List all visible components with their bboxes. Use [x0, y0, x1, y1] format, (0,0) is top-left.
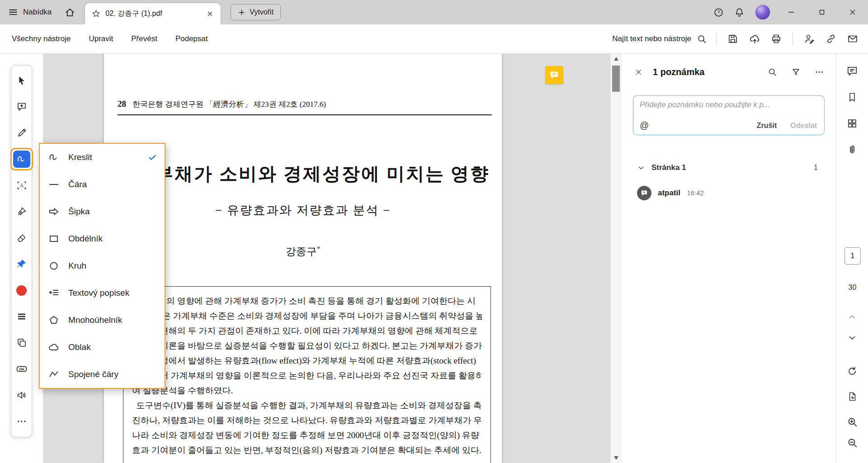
page-running-header: 28 한국은행 경제연구원 「經濟分析」 제23권 제2호 (2017.6) — [118, 99, 488, 109]
search-button[interactable]: Najít text nebo nástroje — [609, 34, 711, 44]
menu-all-tools[interactable]: Všechny nástroje — [3, 24, 80, 53]
comment-author: atpatil — [658, 189, 680, 197]
page-number-box[interactable] — [844, 247, 861, 265]
comment-meta: atpatil 16:42 — [658, 189, 704, 198]
next-page-button[interactable] — [843, 329, 861, 347]
abstract-line: 효과 기여분이 줄어들고 있는 반면, 부정적인(음의) 저량효과 기여분은 확… — [132, 443, 482, 458]
flyout-item-draw[interactable]: Kreslit — [40, 144, 165, 171]
search-comments-button[interactable] — [764, 64, 780, 80]
document-scrollbar[interactable] — [610, 54, 621, 463]
previous-page-button[interactable] — [843, 308, 861, 326]
mention-button[interactable]: @ — [640, 120, 649, 131]
comment-input[interactable] — [633, 96, 824, 117]
more-tools[interactable] — [13, 413, 30, 430]
export-doc-icon — [847, 391, 858, 402]
window-minimize-button[interactable] — [776, 0, 807, 24]
text-box-tool[interactable]: A — [13, 177, 30, 194]
create-button[interactable]: Vytvořit — [231, 4, 281, 20]
help-button[interactable]: ? — [708, 0, 729, 24]
menu-convert[interactable]: Převést — [122, 24, 166, 53]
flyout-item-rectangle[interactable]: Obdélník — [40, 225, 165, 252]
pin-tool[interactable] — [13, 255, 30, 273]
flyout-item-cloud[interactable]: Oblak — [40, 334, 165, 361]
line-thickness-tool[interactable] — [13, 308, 30, 325]
star-icon[interactable] — [91, 9, 101, 19]
home-button[interactable] — [59, 0, 80, 24]
author-footnote-mark: * — [317, 245, 321, 252]
window-close-button[interactable] — [837, 0, 868, 24]
plus-icon — [238, 9, 245, 16]
comment-input-card: @ Zrušit Odeslat — [633, 95, 825, 135]
flyout-item-connected-lines[interactable]: Spojené čáry — [40, 361, 165, 388]
text-callout-icon — [48, 287, 60, 299]
cloud-icon — [48, 341, 60, 353]
rotate-page-button[interactable] — [843, 362, 861, 380]
zoom-out-button[interactable] — [843, 434, 861, 452]
email-button[interactable] — [842, 24, 863, 53]
header-rule — [118, 114, 492, 115]
share-link-button[interactable] — [820, 24, 842, 53]
comments-panel-button[interactable] — [843, 62, 861, 80]
comments-panel-icon — [846, 65, 858, 77]
save-button[interactable] — [722, 24, 744, 53]
flyout-item-line[interactable]: Čára — [40, 171, 165, 198]
bookmarks-panel-button[interactable] — [843, 88, 861, 106]
add-comment-tool[interactable] — [13, 98, 30, 115]
thumbnails-panel-button[interactable] — [843, 114, 861, 132]
flyout-label: Spojené čáry — [68, 369, 118, 379]
tab-close-button[interactable] — [203, 8, 216, 20]
link-icon — [826, 33, 836, 44]
notifications-button[interactable] — [729, 0, 750, 24]
request-signatures-button[interactable] — [798, 24, 820, 53]
app-menu-label: Nabídka — [23, 8, 52, 17]
page-1-section-header[interactable]: Stránka 1 1 — [637, 161, 818, 175]
window-maximize-button[interactable] — [807, 0, 837, 24]
page-number-text: 28 — [118, 99, 126, 109]
print-button[interactable] — [765, 24, 787, 53]
ok-stamp-tool[interactable]: OK — [13, 360, 30, 378]
cancel-button[interactable]: Zrušit — [757, 122, 777, 130]
shapes-tool[interactable] — [13, 334, 30, 351]
marker-tool[interactable] — [13, 124, 30, 142]
menu-edit[interactable]: Upravit — [80, 24, 122, 53]
close-icon — [207, 10, 213, 17]
envelope-icon — [847, 33, 858, 44]
scroll-down-button[interactable] — [611, 453, 621, 463]
comments-options-button[interactable] — [811, 64, 827, 80]
filter-comments-button[interactable] — [788, 64, 803, 80]
color-swatch-red[interactable] — [13, 282, 30, 299]
zoom-in-button[interactable] — [843, 413, 861, 431]
cloud-upload-button[interactable] — [744, 24, 765, 53]
triangle-down-icon — [614, 456, 618, 460]
chevron-up-icon — [847, 312, 857, 322]
flyout-item-polygon[interactable]: Mnohoúhelník — [40, 307, 165, 334]
overlapping-squares-icon — [16, 337, 27, 348]
save-icon — [727, 33, 738, 44]
abstract-line: 진하나, 저량효과는 이를 저해하는 것으로 나타났다. 유량효과와 저량효과별… — [132, 413, 482, 428]
scrollbar-thumb[interactable] — [612, 66, 620, 92]
attachments-panel-button[interactable] — [843, 141, 861, 159]
send-button[interactable]: Odeslat — [790, 122, 817, 130]
sticky-note-annotation[interactable] — [545, 66, 563, 84]
flyout-item-text-callout[interactable]: Textový popisek — [40, 279, 165, 307]
close-panel-button[interactable] — [632, 66, 645, 78]
eraser-tool[interactable] — [13, 229, 30, 246]
note-bubble-icon — [549, 70, 560, 80]
user-avatar[interactable] — [755, 5, 770, 20]
comment-list-item[interactable]: atpatil 16:42 — [637, 186, 704, 200]
menu-sign[interactable]: Podepsat — [166, 24, 217, 53]
app-menu-button[interactable]: Nabídka — [0, 0, 59, 24]
flyout-item-arrow[interactable]: Šipka — [40, 198, 165, 225]
document-tab[interactable]: 02. 강종구 (1).pdf — [85, 3, 221, 24]
export-pdf-button[interactable] — [843, 387, 861, 406]
scroll-up-button[interactable] — [611, 54, 621, 64]
read-aloud-tool[interactable] — [13, 387, 30, 404]
chevron-down-icon — [847, 333, 857, 343]
draw-tool-selected[interactable] — [13, 151, 30, 168]
select-tool[interactable] — [13, 72, 30, 89]
marker-pen-icon — [16, 128, 27, 138]
flyout-item-circle[interactable]: Kruh — [40, 252, 165, 279]
page-number-input[interactable] — [845, 248, 860, 264]
fill-sign-pen-tool[interactable] — [13, 203, 30, 220]
right-panel-rail: 30 — [836, 54, 868, 463]
